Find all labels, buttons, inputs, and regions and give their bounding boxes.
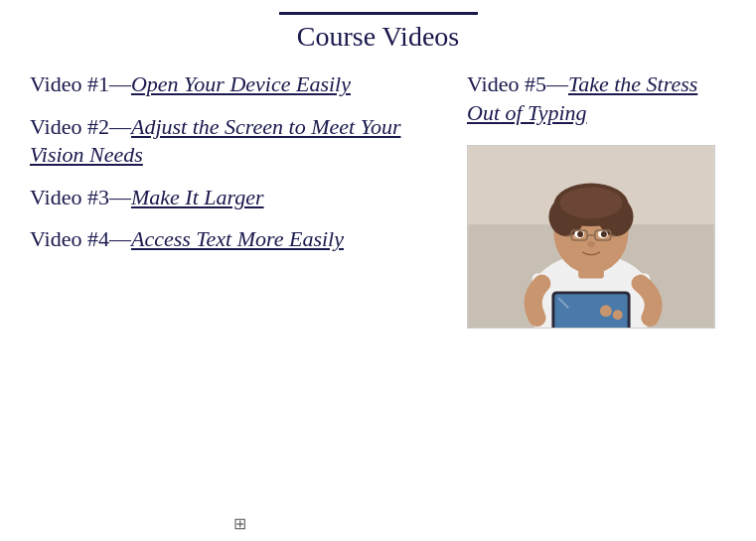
svg-point-9: [559, 188, 622, 219]
video-link-3[interactable]: Make It Larger: [131, 185, 264, 209]
video-link-1[interactable]: Open Your Device Easily: [131, 71, 351, 96]
svg-point-23: [600, 305, 612, 317]
video-label-1: Video #1—: [30, 71, 131, 96]
page-title: Course Videos: [20, 21, 736, 53]
svg-line-18: [611, 235, 616, 236]
svg-point-12: [577, 231, 583, 237]
video-label-5: Video #5—: [467, 71, 568, 96]
expand-icon[interactable]: ⊞: [233, 514, 246, 533]
video-item-4: Video #4—Access Text More Easily: [30, 225, 447, 254]
video-item-5: Video #5—Take the Stress Out of Typing: [467, 70, 726, 127]
video-link-4[interactable]: Access Text More Easily: [131, 226, 344, 251]
svg-point-13: [601, 231, 607, 237]
video-label-2: Video #2—: [30, 114, 131, 139]
video-label-4: Video #4—: [30, 226, 131, 251]
svg-point-24: [613, 310, 623, 320]
left-column: Video #1—Open Your Device Easily Video #…: [30, 70, 447, 329]
thumbnail-svg: [468, 146, 714, 328]
video-item-1: Video #1—Open Your Device Easily: [30, 70, 447, 99]
content-columns: Video #1—Open Your Device Easily Video #…: [20, 70, 736, 329]
header-section: Course Videos: [20, 0, 736, 53]
video-thumbnail[interactable]: [467, 145, 715, 329]
page-container: Course Videos Video #1—Open Your Device …: [0, 0, 756, 541]
video-item-2: Video #2—Adjust the Screen to Meet Your …: [30, 113, 447, 170]
video-item-3: Video #3—Make It Larger: [30, 184, 447, 212]
video-label-3: Video #3—: [30, 185, 131, 209]
svg-point-19: [587, 241, 595, 247]
right-column: Video #5—Take the Stress Out of Typing: [467, 70, 726, 329]
svg-line-17: [566, 235, 571, 236]
header-rule: [279, 12, 478, 15]
